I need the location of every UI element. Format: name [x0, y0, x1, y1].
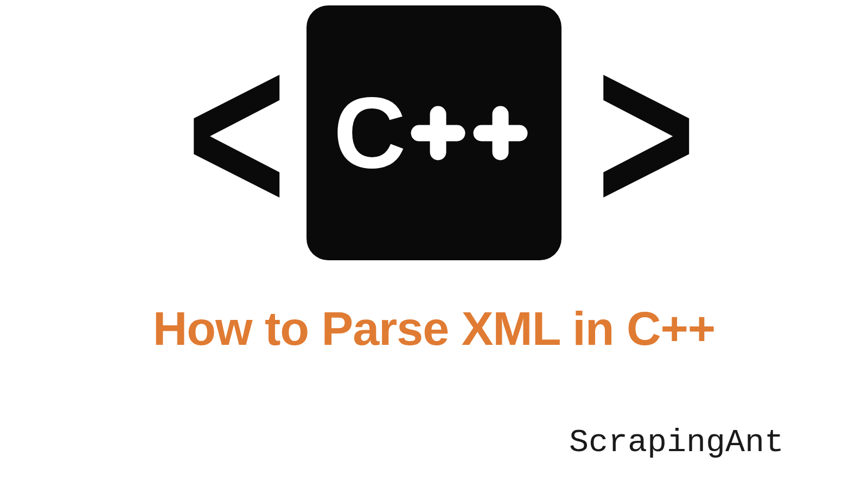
plus-icon [404, 99, 472, 167]
plus-icon [467, 99, 534, 167]
cpp-logo-box: C [307, 5, 561, 260]
svg-rect-3 [474, 125, 528, 141]
hero-graphic: < C > [0, 5, 868, 260]
svg-rect-1 [411, 125, 465, 141]
brand-name: ScrapingAnt [569, 424, 784, 461]
cpp-plus-signs [404, 99, 534, 167]
angle-bracket-left-icon: < [183, 19, 275, 247]
angle-bracket-right-icon: > [593, 19, 685, 247]
cpp-letter-c: C [334, 75, 402, 190]
page-title: How to Parse XML in C++ [0, 301, 868, 356]
cpp-logo-text: C [334, 75, 535, 190]
